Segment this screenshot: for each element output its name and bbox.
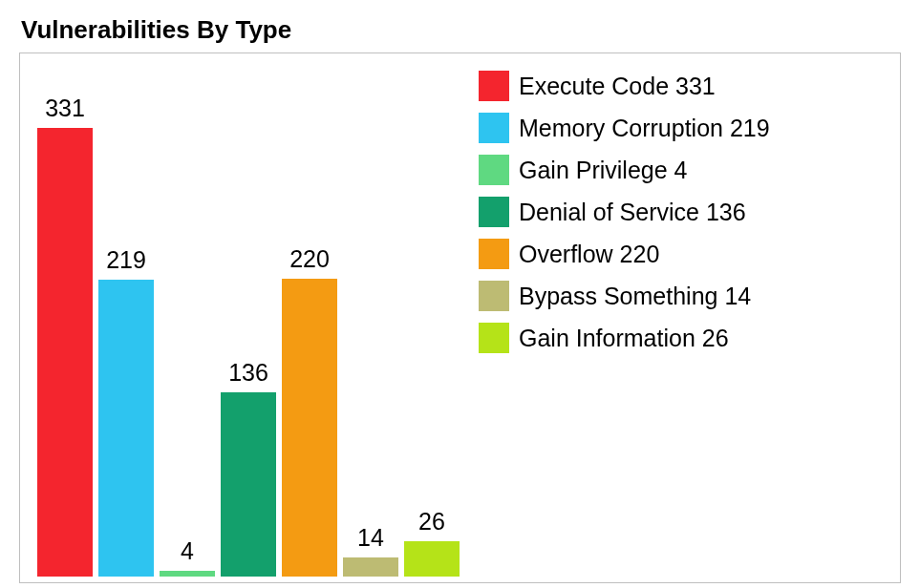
bar-wrap: 219 — [98, 246, 154, 577]
bar-value-label: 136 — [228, 359, 268, 387]
bar — [404, 541, 460, 577]
legend-label: Denial of Service 136 — [519, 199, 746, 226]
bar-wrap: 14 — [343, 524, 398, 577]
bar-value-label: 219 — [106, 246, 146, 274]
chart-title: Vulnerabilities By Type — [21, 15, 901, 45]
bar-value-label: 26 — [418, 508, 445, 536]
legend-item: Denial of Service 136 — [479, 197, 890, 227]
legend-swatch — [479, 197, 509, 227]
bar — [221, 392, 276, 577]
bar — [282, 279, 337, 577]
legend-item: Bypass Something 14 — [479, 281, 890, 311]
bar — [98, 280, 154, 577]
legend-swatch — [479, 281, 509, 311]
bar-wrap: 220 — [282, 245, 337, 577]
bar-wrap: 331 — [37, 94, 93, 577]
legend-item: Gain Information 26 — [479, 323, 890, 353]
legend-label: Memory Corruption 219 — [519, 115, 770, 142]
bar-value-label: 14 — [357, 524, 384, 552]
legend-swatch — [479, 323, 509, 353]
legend-label: Bypass Something 14 — [519, 283, 751, 310]
legend-item: Memory Corruption 219 — [479, 113, 890, 143]
legend-label: Overflow 220 — [519, 241, 659, 268]
legend-label: Gain Information 26 — [519, 325, 729, 352]
bars-container: 33121941362201426 — [37, 71, 458, 577]
legend: Execute Code 331Memory Corruption 219Gai… — [469, 53, 900, 582]
legend-swatch — [479, 239, 509, 269]
legend-label: Gain Privilege 4 — [519, 157, 687, 184]
bar-value-label: 331 — [45, 94, 85, 122]
plot-area: 33121941362201426 — [20, 53, 469, 582]
bar-wrap: 4 — [160, 537, 215, 577]
legend-item: Overflow 220 — [479, 239, 890, 269]
legend-swatch — [479, 71, 509, 101]
legend-item: Execute Code 331 — [479, 71, 890, 101]
legend-swatch — [479, 113, 509, 143]
bar — [160, 571, 215, 577]
legend-swatch — [479, 155, 509, 185]
bar-wrap: 26 — [404, 508, 460, 577]
bar — [37, 128, 93, 577]
bar-value-label: 4 — [181, 537, 194, 565]
chart-frame: 33121941362201426 Execute Code 331Memory… — [19, 52, 901, 583]
legend-item: Gain Privilege 4 — [479, 155, 890, 185]
bar — [343, 557, 398, 577]
bar-wrap: 136 — [221, 359, 276, 577]
legend-label: Execute Code 331 — [519, 73, 716, 100]
bar-value-label: 220 — [289, 245, 330, 273]
